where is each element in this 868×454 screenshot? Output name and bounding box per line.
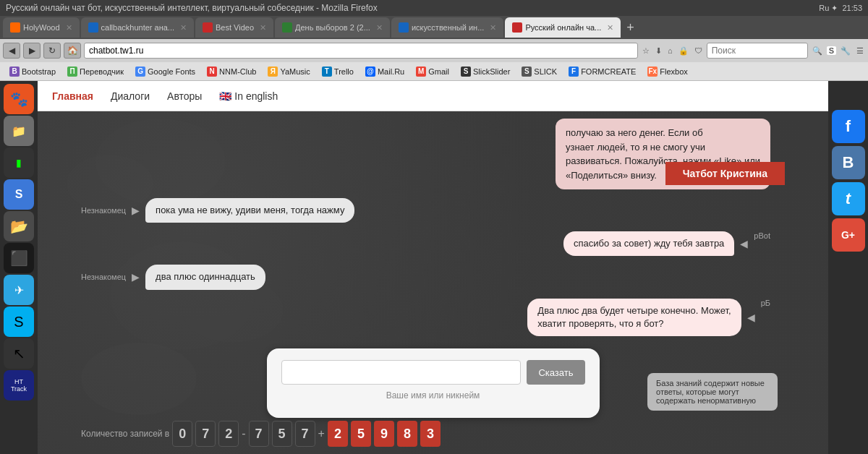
tab-favicon-denvyborov bbox=[282, 22, 292, 33]
bookmark-label-gmail: Gmail bbox=[428, 67, 449, 76]
reload-button[interactable]: ↻ bbox=[43, 43, 61, 59]
os-sidebar: 🐾 📁 ▮ S 📂 ⬛ ✈ S ↖ HTTrack bbox=[0, 81, 38, 454]
tab-bestvideo[interactable]: Best Video ✕ bbox=[195, 17, 273, 38]
tab-label-denvyborov: День выборов 2 (2... bbox=[295, 23, 370, 32]
message-text-4: два плюс одиннадцать bbox=[156, 271, 255, 282]
tab-close-bestvideo[interactable]: ✕ bbox=[260, 23, 266, 33]
tab-holywood[interactable]: HolyWood ✕ bbox=[3, 17, 80, 38]
social-googleplus[interactable]: G+ bbox=[832, 218, 865, 252]
bookmark-formcreate[interactable]: F FORMCREATE bbox=[563, 65, 641, 78]
tab-close-iskusstvenny[interactable]: ✕ bbox=[490, 23, 496, 33]
bookmark-label-gfonts: Google Fonts bbox=[148, 67, 195, 76]
counter-digit-7b: 7 bbox=[249, 421, 269, 447]
chat-text-input[interactable] bbox=[281, 360, 522, 385]
home-button[interactable]: 🏠 bbox=[64, 43, 81, 59]
security-icon[interactable]: 🔒 bbox=[677, 46, 690, 56]
send-button[interactable]: Сказать bbox=[527, 360, 584, 385]
forward-button[interactable]: ▶ bbox=[23, 43, 41, 59]
message-row-4: Незнакомец ▶ два плюс одиннадцать bbox=[81, 265, 770, 289]
sender-label-4: Незнакомец bbox=[81, 273, 126, 281]
tab-close-callbackhunter[interactable]: ✕ bbox=[180, 23, 187, 33]
nav-avtory[interactable]: Авторы bbox=[167, 90, 202, 102]
bookmark-yamusic[interactable]: Я YaMusic bbox=[263, 65, 315, 78]
tab-russianchat[interactable]: Русский онлайн ча... ✕ bbox=[505, 17, 621, 38]
os-icon-httrack[interactable]: HTTrack bbox=[4, 370, 34, 401]
arrow-4: ▶ bbox=[132, 271, 140, 283]
bookmark-trello[interactable]: T Trello bbox=[317, 65, 359, 78]
sender-label-3: рBot bbox=[754, 231, 770, 240]
nav-home[interactable]: Главная bbox=[52, 90, 93, 102]
os-icon-terminal[interactable]: ▮ bbox=[4, 147, 34, 178]
bookmark-nnm[interactable]: N NNM-Club bbox=[202, 65, 261, 78]
tab-close-russianchat[interactable]: ✕ bbox=[607, 23, 613, 33]
bookmark-label-slickslider: SlickSlider bbox=[473, 67, 510, 76]
bookmark-flexbox[interactable]: Fx Flexbox bbox=[642, 65, 693, 78]
tab-favicon-iskusstvenny bbox=[399, 22, 409, 33]
bookmark-slick[interactable]: S SLICK bbox=[516, 65, 562, 78]
bookmark-mailru[interactable]: @ Mail.Ru bbox=[360, 65, 409, 78]
tab-iskusstvenny[interactable]: искусственный ин... ✕ bbox=[391, 17, 503, 38]
bookmark-label-formcreate: FORMCREATE bbox=[581, 67, 636, 76]
os-icon-cursor[interactable]: ↖ bbox=[4, 338, 34, 369]
counter-digit-7: 7 bbox=[195, 421, 216, 447]
arrow-2: ▶ bbox=[132, 205, 140, 216]
bookmark-icon-perevod: П bbox=[67, 67, 77, 77]
os-icon-files[interactable]: 📁 bbox=[4, 116, 34, 146]
search-icon[interactable]: 🔍 bbox=[811, 46, 824, 56]
social-vkontakte[interactable]: В bbox=[832, 146, 865, 179]
social-facebook[interactable]: f bbox=[832, 110, 865, 143]
os-icon-filemanager[interactable]: 📂 bbox=[4, 211, 34, 241]
tools-icon[interactable]: 🔧 bbox=[839, 46, 852, 56]
bookmark-label-flexbox: Flexbox bbox=[660, 67, 688, 76]
sender-label-2: Незнакомец bbox=[81, 206, 126, 215]
bookmark-label-perevod: Переводчик bbox=[80, 67, 124, 76]
s-icon: S bbox=[827, 46, 836, 55]
bookmark-slickslider[interactable]: S SlickSlider bbox=[456, 65, 515, 78]
bookmark-star-icon[interactable]: ☆ bbox=[641, 46, 651, 56]
home-addr-icon[interactable]: ⌂ bbox=[666, 46, 674, 55]
counter-separator-1: - bbox=[242, 427, 245, 440]
bookmark-bootstrap[interactable]: B Bootstrap bbox=[4, 65, 61, 78]
os-icon-text-editor[interactable]: S bbox=[4, 179, 34, 210]
warning-box: База знаний содержит новые ответы, котор… bbox=[647, 373, 778, 411]
nav-dialogi[interactable]: Диалоги bbox=[111, 90, 150, 102]
menu-icon[interactable]: ☰ bbox=[855, 46, 865, 56]
bookmark-icon-formcreate: F bbox=[569, 67, 579, 77]
bookmark-gmail[interactable]: M Gmail bbox=[411, 65, 454, 78]
tab-favicon-bestvideo bbox=[203, 22, 213, 33]
os-icon-anon[interactable]: ⬛ bbox=[4, 243, 34, 273]
tab-callbackhunter[interactable]: callbackhunter ана... ✕ bbox=[81, 17, 194, 38]
counter-red-5: 5 bbox=[351, 421, 371, 447]
chatbot-header: Чатбот Кристина bbox=[665, 162, 785, 185]
tab-favicon-callbackhunter bbox=[88, 22, 98, 33]
input-box: Сказать Ваше имя или никнейм bbox=[267, 348, 600, 418]
counter-red-2: 2 bbox=[328, 421, 348, 447]
new-tab-button[interactable]: + bbox=[622, 20, 639, 35]
shield-icon[interactable]: 🛡 bbox=[693, 46, 704, 55]
tab-label-holywood: HolyWood bbox=[23, 23, 60, 32]
os-icon-skype[interactable]: S bbox=[4, 307, 34, 337]
nav-english[interactable]: 🇬🇧 In english bbox=[219, 90, 278, 102]
bookmark-perevod[interactable]: П Переводчик bbox=[62, 65, 129, 78]
tab-label-russianchat: Русский онлайн ча... bbox=[525, 23, 601, 32]
arrow-3: ◀ bbox=[740, 238, 748, 249]
os-icon-telegram[interactable]: ✈ bbox=[4, 275, 34, 305]
tab-close-denvyborov[interactable]: ✕ bbox=[376, 23, 383, 33]
url-input[interactable] bbox=[84, 43, 638, 59]
bookmark-gfonts[interactable]: G Google Fonts bbox=[130, 65, 200, 78]
message-text-3: спасибо за совет) жду тебя завтра bbox=[574, 238, 724, 249]
back-button[interactable]: ◀ bbox=[3, 43, 20, 59]
address-bar: ◀ ▶ ↻ 🏠 ☆ ⬇ ⌂ 🔒 🛡 🔍 S 🔧 ☰ bbox=[0, 39, 868, 62]
search-input[interactable] bbox=[707, 43, 808, 59]
tab-label-callbackhunter: callbackhunter ана... bbox=[101, 23, 174, 32]
tab-denvyborov[interactable]: День выборов 2 (2... ✕ bbox=[275, 17, 390, 38]
bookmark-icon-bootstrap: B bbox=[9, 67, 20, 77]
sender-label-5: рБ bbox=[761, 299, 770, 307]
bookmark-icon-slickslider: S bbox=[461, 67, 471, 77]
message-bubble-5: Два плюс два будет четыре конечно. Может… bbox=[527, 299, 741, 336]
message-bubble-3: спасибо за совет) жду тебя завтра bbox=[563, 231, 734, 256]
tab-close-holywood[interactable]: ✕ bbox=[66, 23, 72, 33]
os-icon-ubuntu[interactable]: 🐾 bbox=[4, 84, 34, 114]
social-twitter[interactable]: t bbox=[832, 182, 865, 215]
download-icon[interactable]: ⬇ bbox=[654, 46, 663, 56]
